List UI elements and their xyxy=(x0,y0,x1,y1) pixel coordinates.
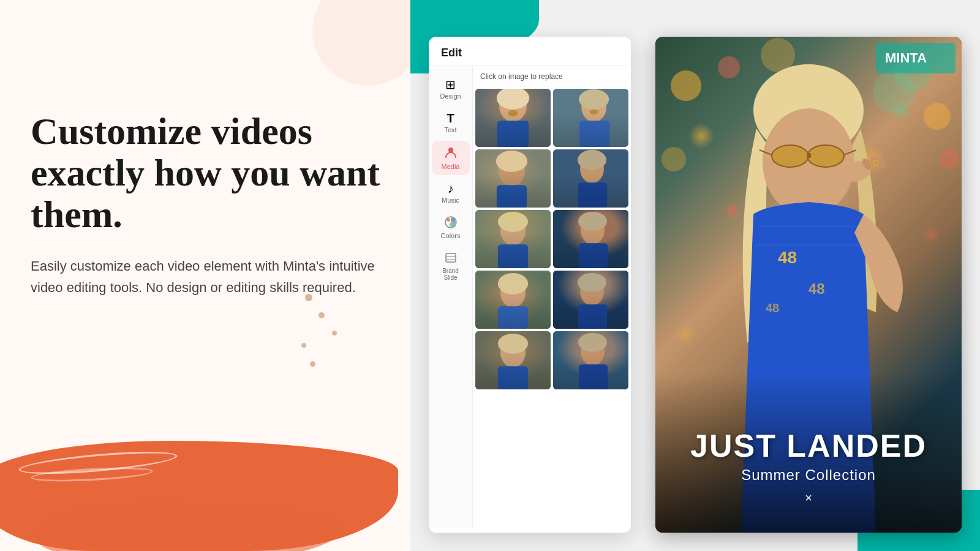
media-thumb-4[interactable] xyxy=(553,149,628,208)
svg-point-3 xyxy=(451,218,455,222)
media-grid xyxy=(473,86,631,392)
video-main-text: JUST LANDED xyxy=(655,430,962,462)
svg-point-61 xyxy=(924,103,951,130)
sidebar: ⊞ Design T Text Media xyxy=(429,66,473,528)
svg-point-40 xyxy=(500,277,526,307)
decorative-blob-top xyxy=(312,0,410,86)
svg-rect-47 xyxy=(578,304,607,329)
svg-text:48: 48 xyxy=(778,248,797,267)
right-section: Edit ⊞ Design T Text xyxy=(410,0,980,551)
sidebar-item-music[interactable]: ♪ Music xyxy=(432,178,470,209)
decorative-dot-3 xyxy=(332,331,337,335)
svg-point-30 xyxy=(500,216,526,246)
app-title: Edit xyxy=(441,47,462,59)
sidebar-label-design: Design xyxy=(440,92,461,100)
media-hint: Click on image to replace xyxy=(473,66,631,86)
sidebar-item-text[interactable]: T Text xyxy=(432,107,470,138)
svg-point-11 xyxy=(497,89,529,110)
media-thumb-2[interactable] xyxy=(553,89,628,147)
app-header: Edit xyxy=(429,37,631,66)
svg-point-56 xyxy=(578,333,607,352)
sidebar-label-music: Music xyxy=(442,197,459,204)
video-background: MINTA xyxy=(655,37,962,533)
sidebar-label-media: Media xyxy=(442,163,460,170)
sidebar-item-design[interactable]: ⊞ Design xyxy=(432,73,470,105)
svg-rect-53 xyxy=(553,331,628,389)
brand-slide-icon xyxy=(445,252,457,266)
svg-rect-5 xyxy=(446,253,456,262)
svg-rect-43 xyxy=(553,271,628,329)
media-thumb-9[interactable] xyxy=(475,331,551,389)
video-text-overlay: JUST LANDED Summer Collection xyxy=(655,430,962,484)
svg-rect-48 xyxy=(475,331,551,389)
svg-rect-27 xyxy=(578,182,607,208)
svg-point-51 xyxy=(498,334,528,354)
svg-point-58 xyxy=(671,70,701,101)
svg-rect-37 xyxy=(579,243,608,268)
svg-rect-57 xyxy=(579,364,608,389)
svg-point-35 xyxy=(581,216,605,244)
media-thumb-10[interactable] xyxy=(553,331,628,389)
svg-point-10 xyxy=(499,89,527,122)
svg-point-4 xyxy=(449,223,453,227)
media-content: Click on image to replace xyxy=(473,66,631,528)
decorative-dot-4 xyxy=(301,343,306,348)
svg-point-26 xyxy=(578,150,606,170)
svg-point-62 xyxy=(940,149,959,169)
sidebar-label-text: Text xyxy=(444,126,456,133)
svg-rect-23 xyxy=(497,185,527,208)
svg-text:48: 48 xyxy=(766,301,779,315)
svg-rect-28 xyxy=(475,210,551,268)
svg-rect-32 xyxy=(498,244,528,268)
svg-point-64 xyxy=(873,70,916,113)
svg-point-13 xyxy=(508,110,518,116)
media-thumb-7[interactable] xyxy=(475,271,551,329)
colors-icon xyxy=(445,216,457,230)
svg-rect-54 xyxy=(553,331,628,389)
app-body: ⊞ Design T Text Media xyxy=(429,66,631,528)
svg-rect-38 xyxy=(475,271,551,329)
video-sub-text: Summer Collection xyxy=(655,467,962,484)
svg-rect-14 xyxy=(553,89,628,147)
sidebar-item-media[interactable]: Media xyxy=(432,141,470,175)
svg-point-45 xyxy=(580,277,604,305)
music-icon: ♪ xyxy=(448,182,454,195)
svg-rect-52 xyxy=(498,366,528,389)
video-preview: MINTA xyxy=(655,37,962,533)
svg-rect-17 xyxy=(579,121,609,147)
left-section: Customize videos exactly how you want th… xyxy=(0,0,410,551)
media-thumb-1[interactable] xyxy=(475,89,551,147)
svg-rect-12 xyxy=(497,121,529,147)
svg-point-63 xyxy=(662,147,686,171)
media-thumb-8[interactable] xyxy=(553,271,628,329)
left-content: Customize videos exactly how you want th… xyxy=(31,110,392,298)
media-icon xyxy=(444,146,458,161)
sidebar-label-brand-slide: BrandSlide xyxy=(442,268,459,281)
media-thumb-6[interactable] xyxy=(553,210,628,268)
media-thumb-5[interactable] xyxy=(475,210,551,268)
video-close-button[interactable]: × xyxy=(655,491,962,505)
svg-rect-44 xyxy=(553,271,628,329)
svg-point-15 xyxy=(581,92,606,122)
svg-point-25 xyxy=(580,154,604,183)
svg-rect-8 xyxy=(475,89,551,147)
svg-point-31 xyxy=(498,212,528,232)
svg-rect-49 xyxy=(475,331,551,389)
svg-rect-24 xyxy=(553,149,628,208)
sidebar-label-colors: Colors xyxy=(441,232,461,239)
svg-rect-42 xyxy=(498,306,528,329)
svg-point-0 xyxy=(448,148,453,152)
svg-point-21 xyxy=(499,155,525,186)
svg-point-50 xyxy=(500,337,526,367)
subtext: Easily customize each video element with… xyxy=(31,255,386,298)
sidebar-item-colors[interactable]: Colors xyxy=(432,211,470,244)
decorative-dot-2 xyxy=(318,312,325,318)
svg-rect-9 xyxy=(475,89,551,147)
svg-point-2 xyxy=(447,218,450,222)
svg-text:48: 48 xyxy=(809,280,825,297)
svg-point-18 xyxy=(589,110,598,114)
sidebar-item-brand-slide[interactable]: BrandSlide xyxy=(432,247,470,286)
svg-point-41 xyxy=(498,273,528,294)
media-thumb-3[interactable] xyxy=(475,149,551,208)
app-window: Edit ⊞ Design T Text xyxy=(429,37,631,533)
